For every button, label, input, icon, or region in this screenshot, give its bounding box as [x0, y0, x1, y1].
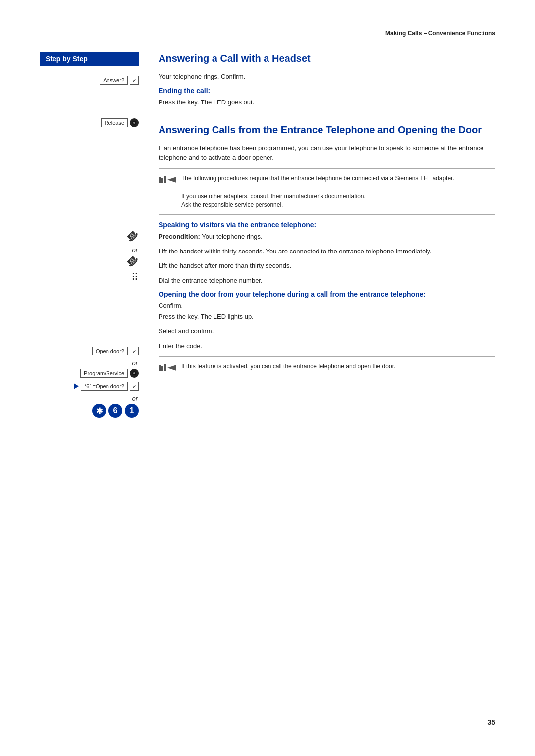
keypad-icon: ⠿ [131, 271, 139, 283]
or-text-2: or [40, 359, 139, 367]
six-icon: 6 [108, 404, 122, 418]
handset-row-1: ☎ [40, 230, 139, 242]
precondition-text: Precondition: Your telephone rings. [159, 232, 495, 242]
left-column: Step by Step Answer? ✓ Release [40, 42, 149, 422]
svg-rect-10 [164, 364, 166, 371]
note-box-1: The following procedures require that th… [159, 168, 495, 215]
handset-icon-1: ☎ [124, 228, 141, 245]
code-row: ✱ 6 1 [40, 404, 139, 418]
note-box-2: If this feature is activated, you can ca… [159, 356, 495, 378]
handset-icon-2: ☎ [124, 253, 141, 270]
program-service-key-box: Program/Service [80, 369, 128, 378]
opening-title: Opening the door from your telephone dur… [159, 290, 495, 298]
section2-title: Answering Calls from the Entrance Teleph… [159, 123, 495, 136]
answer-key-row: Answer? ✓ [40, 76, 139, 85]
confirm-desc: Your telephone rings. Confirm. [159, 72, 495, 82]
page-header: Making Calls – Convenience Functions [0, 0, 535, 42]
svg-marker-11 [167, 365, 176, 371]
section-divider-1 [159, 115, 495, 115]
svg-rect-9 [161, 366, 163, 371]
svg-marker-7 [167, 177, 176, 183]
note-text-2: If this feature is activated, you can ca… [181, 362, 395, 371]
note-icon-1 [159, 174, 176, 185]
svg-rect-5 [161, 178, 163, 183]
ending-title: Ending the call: [159, 87, 495, 95]
check-icon-select: ✓ [130, 382, 139, 391]
release-key-row: Release [40, 118, 139, 127]
header-title: Making Calls – Convenience Functions [385, 30, 495, 37]
svg-rect-8 [159, 365, 160, 371]
handset-row-2: ☎ [40, 255, 139, 267]
select-confirm-row: *61=Open door? ✓ [40, 382, 139, 391]
press-key-desc: Press the key. The LED lights up. [159, 312, 495, 322]
step-by-step-header: Step by Step [40, 52, 139, 66]
release-key-box: Release [101, 118, 128, 127]
enter-code-desc: Enter the code. [159, 341, 495, 351]
note-text-1: The following procedures require that th… [181, 174, 454, 209]
svg-point-1 [133, 122, 135, 124]
check-icon-door: ✓ [130, 347, 139, 355]
circle-button-release [130, 118, 139, 127]
select-confirm-desc: Select and confirm. [159, 326, 495, 336]
dial-desc: Dial the entrance telephone number. [159, 276, 495, 286]
lift-desc-1: Lift the handset within thirty seconds. … [159, 247, 495, 256]
select-confirm-key-box: *61=Open door? [81, 382, 128, 391]
confirm-action-text: Confirm. [159, 301, 495, 311]
open-door-key-box: Open door? [92, 347, 128, 355]
program-service-row: Program/Service [40, 369, 139, 378]
release-desc: Press the key. The LED goes out. [159, 98, 495, 107]
precondition-label: Precondition: [159, 233, 200, 240]
svg-rect-4 [159, 177, 160, 183]
speaking-title: Speaking to visitors via the entrance te… [159, 221, 495, 229]
star-icon: ✱ [92, 404, 106, 418]
right-column: Answering a Call with a Headset Your tel… [149, 42, 495, 422]
or-text-3: or [40, 395, 139, 402]
check-icon: ✓ [130, 76, 139, 85]
section1-title: Answering a Call with a Headset [159, 52, 495, 65]
one-icon: 1 [125, 404, 139, 418]
page-number: 35 [487, 718, 495, 726]
arrow-indicator [74, 383, 79, 389]
open-door-key-row: Open door? ✓ [40, 347, 139, 355]
note-icon-2 [159, 362, 176, 373]
keypad-row: ⠿ [40, 271, 139, 283]
or-text-1: or [40, 246, 139, 253]
section2-intro: If an entrance telephone has been progra… [159, 143, 495, 162]
lift-desc-2: Lift the handset after more than thirty … [159, 261, 495, 271]
svg-rect-6 [164, 176, 166, 183]
svg-point-3 [133, 372, 135, 374]
circle-button-program [130, 369, 139, 378]
answer-key-box: Answer? [100, 76, 128, 85]
